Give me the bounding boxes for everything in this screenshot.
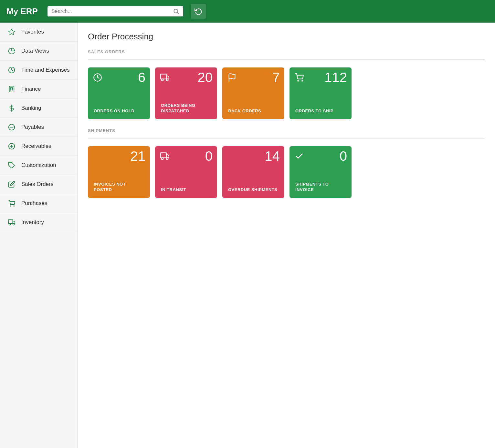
sidebar-item-purchases[interactable]: Purchases — [0, 194, 77, 213]
card-overdue-shipments[interactable]: 14 OVERDUE SHIPMENTS — [222, 146, 284, 198]
section-label-sales-orders: SALES ORDERS — [88, 49, 485, 54]
sidebar-item-label: Data Views — [21, 48, 49, 54]
svg-point-35 — [162, 158, 163, 160]
orders-to-ship-number: 112 — [324, 71, 347, 84]
svg-point-19 — [10, 206, 11, 206]
check-card-icon — [295, 151, 304, 161]
search-input[interactable] — [51, 8, 173, 14]
sidebar-item-receivables[interactable]: Receivables — [0, 137, 77, 156]
sales-orders-cards: 6 ORDERS ON HOLD 20 ORDERS BEING DISPATC… — [88, 67, 485, 119]
sidebar-item-favorites[interactable]: Favorites — [0, 23, 77, 42]
history-icon — [195, 7, 202, 15]
page-title: Order Processing — [88, 32, 485, 42]
dollar-icon — [6, 105, 17, 112]
svg-point-31 — [298, 80, 298, 81]
orders-on-hold-label: ORDERS ON HOLD — [94, 108, 134, 114]
sidebar-item-label: Finance — [21, 86, 41, 92]
sidebar-item-time-expenses[interactable]: Time and Expenses — [0, 61, 77, 80]
sidebar-item-label: Inventory — [21, 219, 44, 226]
svg-point-28 — [162, 79, 163, 81]
in-transit-label: IN TRANSIT — [161, 187, 186, 193]
sidebar-item-label: Purchases — [21, 200, 47, 207]
sidebar-item-label: Payables — [21, 124, 44, 130]
content-area: Order Processing SALES ORDERS 6 ORDERS O… — [78, 23, 495, 448]
sidebar-item-data-views[interactable]: Data Views — [0, 42, 77, 61]
overdue-shipments-label: OVERDUE SHIPMENTS — [228, 187, 277, 193]
invoices-not-posted-number: 21 — [130, 149, 145, 163]
history-button[interactable] — [191, 4, 206, 19]
sidebar-item-banking[interactable]: Banking — [0, 99, 77, 118]
section-label-shipments: SHIPMENTS — [88, 128, 485, 133]
minus-circle-icon — [6, 124, 17, 131]
back-orders-number: 7 — [272, 71, 280, 84]
sidebar-item-sales-orders[interactable]: Sales Orders — [0, 175, 77, 194]
svg-point-29 — [166, 79, 168, 81]
shipments-to-invoice-label: SHIPMENTS TO INVOICE — [295, 182, 346, 193]
cart-card-icon — [295, 72, 304, 82]
search-icon — [173, 8, 179, 15]
orders-dispatched-number: 20 — [197, 71, 213, 84]
svg-marker-22 — [13, 221, 15, 223]
calculator-icon — [6, 86, 17, 93]
search-container — [47, 6, 183, 16]
main-layout: Favorites Data Views Time and Expenses — [0, 23, 495, 448]
sidebar-item-label: Customization — [21, 162, 56, 168]
shipments-to-invoice-number: 0 — [340, 149, 347, 163]
card-orders-on-hold[interactable]: 6 ORDERS ON HOLD — [88, 67, 150, 119]
clock-card-icon — [93, 72, 102, 82]
card-in-transit[interactable]: 0 IN TRANSIT — [155, 146, 217, 198]
flag-card-icon — [227, 72, 237, 82]
sidebar-item-payables[interactable]: Payables — [0, 118, 77, 137]
overdue-shipments-number: 14 — [265, 149, 280, 163]
card-shipments-to-invoice[interactable]: 0 SHIPMENTS TO INVOICE — [290, 146, 352, 198]
section-divider — [88, 59, 485, 60]
clock-icon — [6, 66, 17, 74]
svg-point-20 — [14, 206, 14, 206]
sidebar: Favorites Data Views Time and Expenses — [0, 23, 78, 448]
sidebar-item-label: Favorites — [21, 29, 44, 35]
sidebar-item-label: Sales Orders — [21, 181, 53, 188]
star-icon — [6, 28, 17, 36]
card-orders-to-ship[interactable]: 112 ORDERS TO SHIP — [290, 67, 352, 119]
orders-on-hold-number: 6 — [138, 71, 145, 84]
header: My ERP — [0, 0, 495, 23]
card-orders-being-dispatched[interactable]: 20 ORDERS BEING DISPATCHED — [155, 67, 217, 119]
svg-rect-33 — [161, 153, 166, 158]
card-invoices-not-posted[interactable]: 21 INVOICES NOT POSTED — [88, 146, 150, 198]
svg-point-23 — [9, 224, 11, 225]
puzzle-icon — [6, 162, 17, 169]
svg-marker-27 — [166, 76, 169, 79]
back-orders-label: BACK ORDERS — [228, 108, 261, 114]
sidebar-item-finance[interactable]: Finance — [0, 80, 77, 99]
truck-transit-icon — [160, 151, 169, 161]
svg-rect-21 — [8, 220, 13, 224]
shipments-cards: 21 INVOICES NOT POSTED 0 IN TRANSIT 14 O… — [88, 146, 485, 198]
search-button[interactable] — [173, 8, 179, 15]
sidebar-item-label: Time and Expenses — [21, 67, 70, 73]
plus-circle-icon — [6, 143, 17, 150]
chart-pie-icon — [6, 47, 17, 55]
svg-marker-2 — [9, 29, 15, 35]
svg-marker-34 — [166, 155, 169, 158]
edit-icon — [6, 181, 17, 188]
cart-icon — [6, 200, 17, 207]
truck-icon — [6, 219, 17, 226]
sidebar-item-label: Banking — [21, 105, 41, 111]
orders-dispatched-label: ORDERS BEING DISPATCHED — [161, 103, 211, 114]
in-transit-number: 0 — [205, 149, 213, 163]
sidebar-item-customization[interactable]: Customization — [0, 156, 77, 175]
truck-card-icon — [160, 72, 169, 82]
svg-point-36 — [166, 158, 168, 160]
orders-to-ship-label: ORDERS TO SHIP — [295, 108, 333, 114]
svg-point-32 — [302, 80, 302, 81]
card-back-orders[interactable]: 7 BACK ORDERS — [222, 67, 284, 119]
svg-rect-26 — [161, 74, 166, 79]
svg-point-24 — [13, 224, 15, 225]
section-divider-2 — [88, 138, 485, 138]
invoices-not-posted-label: INVOICES NOT POSTED — [94, 182, 144, 193]
sidebar-item-inventory[interactable]: Inventory — [0, 213, 77, 232]
app-title: My ERP — [6, 6, 38, 16]
sidebar-item-label: Receivables — [21, 143, 51, 149]
svg-line-1 — [177, 13, 179, 14]
